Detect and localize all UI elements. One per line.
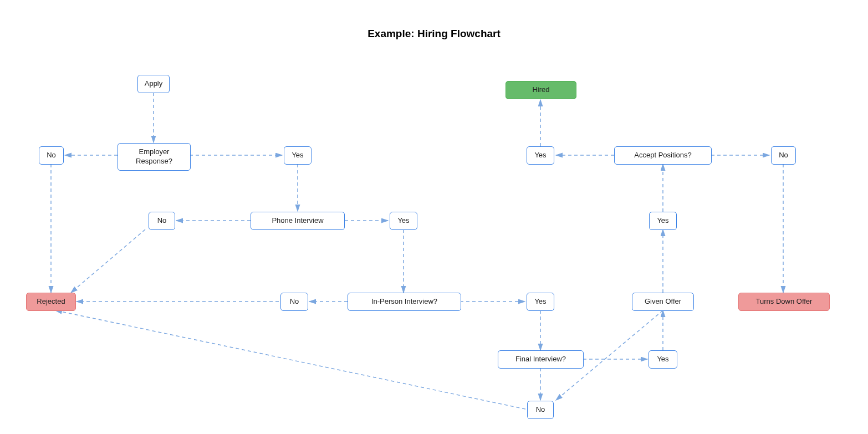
node-er-no: No (39, 146, 64, 165)
node-apply: Apply (137, 75, 170, 93)
node-ip-no: No (280, 293, 308, 311)
node-turns-down: Turns Down Offer (738, 293, 830, 311)
node-final-interview: Final Interview? (498, 350, 584, 369)
node-er-yes: Yes (284, 146, 312, 165)
svg-line-7 (71, 229, 145, 293)
edges-layer (0, 0, 868, 434)
node-ip-yes: Yes (527, 293, 554, 311)
node-go-yes: Yes (649, 212, 677, 230)
node-fi-no: No (527, 401, 554, 419)
node-accept-positions: Accept Positions? (614, 146, 712, 165)
node-ap-yes: Yes (527, 146, 554, 165)
node-pi-no: No (149, 212, 175, 230)
node-rejected: Rejected (26, 293, 76, 311)
node-phone-interview: Phone Interview (251, 212, 345, 230)
node-hired: Hired (506, 81, 576, 99)
node-pi-yes: Yes (390, 212, 417, 230)
node-given-offer: Given Offer (632, 293, 694, 311)
node-fi-yes: Yes (649, 350, 677, 369)
node-in-person: In-Person Interview? (348, 293, 461, 311)
svg-line-16 (55, 310, 525, 409)
diagram-title: Example: Hiring Flowchart (367, 28, 501, 40)
node-employer-response: EmployerResponse? (118, 143, 191, 171)
node-ap-no: No (771, 146, 796, 165)
